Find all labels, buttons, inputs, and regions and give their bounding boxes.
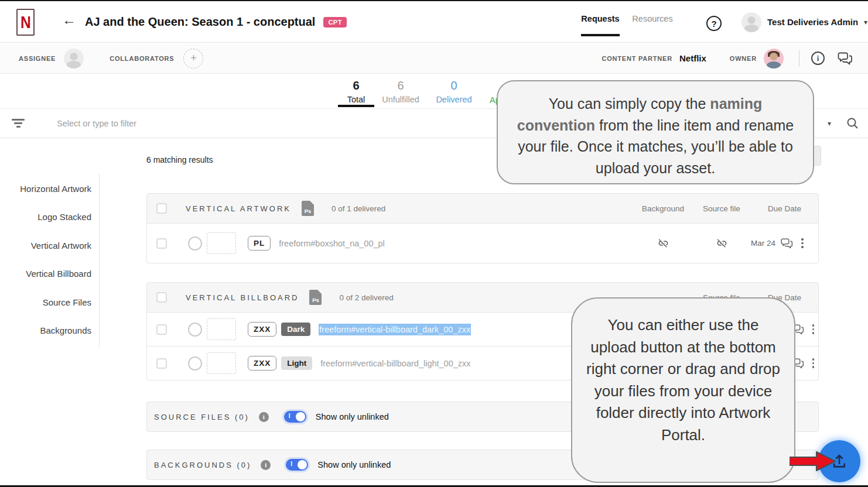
back-arrow-icon[interactable] bbox=[62, 12, 76, 28]
content-partner-value: Netflix bbox=[679, 53, 706, 63]
asset-type-sidebar: Horizontal Artwork Logo Stacked Vertical… bbox=[0, 174, 91, 345]
section-title: VERTICAL BILLBOARD bbox=[186, 293, 299, 302]
due-date: Mar 24 bbox=[751, 239, 775, 248]
tab-resources[interactable]: Resources bbox=[634, 1, 671, 36]
collaborators-label: COLLABORATORS bbox=[110, 55, 174, 62]
row-checkbox[interactable] bbox=[156, 358, 167, 369]
unlink-icon[interactable] bbox=[716, 238, 727, 249]
matching-results-count: 6 matching results bbox=[146, 155, 213, 164]
cpt-badge: CPT bbox=[323, 17, 347, 28]
status-circle[interactable] bbox=[188, 323, 202, 337]
line-item-row: PL freeform#boxshot_na_00_pl Mar 24 bbox=[146, 224, 819, 263]
title-wrap: AJ and the Queen: Season 1 - conceptual … bbox=[85, 1, 347, 43]
add-collaborator-button[interactable] bbox=[183, 49, 203, 68]
toggle-label: Show only unlinked bbox=[317, 460, 391, 469]
divider bbox=[799, 50, 799, 67]
sidebar-item-horizontal-artwork[interactable]: Horizontal Artwork bbox=[0, 174, 91, 203]
chevron-down-icon bbox=[864, 18, 867, 26]
tooltip-naming-convention: You can simply copy the naming conventio… bbox=[497, 80, 814, 184]
app-header: N AJ and the Queen: Season 1 - conceptua… bbox=[0, 1, 868, 43]
assignee-avatar[interactable] bbox=[64, 49, 84, 68]
netflix-logo-letter: N bbox=[20, 12, 31, 32]
photoshop-file-icon: Ps bbox=[309, 290, 322, 305]
thumbnail-dropzone[interactable] bbox=[207, 318, 236, 340]
red-arrow-pointer bbox=[790, 450, 838, 472]
unlink-icon[interactable] bbox=[658, 238, 669, 249]
sidebar-item-vertical-artwork[interactable]: Vertical Artwork bbox=[0, 231, 91, 260]
stat-delivered-label: Delivered bbox=[436, 95, 471, 104]
naming-convention[interactable]: freeform#boxshot_na_00_pl bbox=[279, 239, 385, 248]
top-border bbox=[0, 0, 868, 1]
show-only-unlinked-toggle[interactable] bbox=[284, 411, 306, 423]
section-title: BACKGROUNDS (0) bbox=[154, 461, 251, 469]
stat-total-value: 6 bbox=[347, 79, 365, 92]
tab-requests-underline bbox=[581, 34, 620, 36]
row-checkbox[interactable] bbox=[156, 324, 167, 335]
language-tag: ZXX bbox=[248, 322, 276, 337]
user-avatar bbox=[741, 12, 761, 32]
toggle-label: Show only unlinked bbox=[316, 412, 389, 421]
photoshop-file-icon: Ps bbox=[302, 201, 314, 216]
artwork-portal-page: N AJ and the Queen: Season 1 - conceptua… bbox=[0, 0, 868, 487]
help-icon[interactable] bbox=[706, 16, 722, 31]
stat-total[interactable]: 6 Total bbox=[347, 74, 365, 104]
show-only-unlinked-toggle[interactable] bbox=[286, 459, 308, 471]
kebab-menu-icon[interactable] bbox=[798, 237, 807, 249]
section-title: VERTICAL ARTWORK bbox=[186, 204, 291, 213]
stat-total-label: Total bbox=[347, 95, 365, 104]
stat-unfulfilled-label: Unfulfilled bbox=[382, 95, 419, 104]
thumbnail-dropzone[interactable] bbox=[207, 352, 236, 374]
content-partner-label: CONTENT PARTNER bbox=[602, 55, 672, 62]
owner-avatar[interactable] bbox=[764, 49, 784, 68]
sidebar-item-logo-stacked[interactable]: Logo Stacked bbox=[0, 203, 91, 232]
user-menu[interactable]: Test Deliveries Admin bbox=[741, 1, 867, 43]
info-icon[interactable] bbox=[261, 460, 271, 470]
kebab-menu-icon[interactable] bbox=[809, 323, 818, 335]
sidebar-item-backgrounds[interactable]: Backgrounds bbox=[0, 317, 91, 345]
stat-delivered-value: 0 bbox=[436, 79, 471, 92]
tab-requests[interactable]: Requests bbox=[581, 1, 620, 36]
column-header-due-date: Due Date bbox=[751, 204, 818, 213]
kebab-menu-icon[interactable] bbox=[809, 357, 818, 369]
stat-total-underline bbox=[338, 105, 374, 107]
request-toolbar: ASSIGNEE COLLABORATORS CONTENT PARTNER N… bbox=[0, 43, 868, 74]
naming-convention[interactable]: freeform#vertical-billboard_light_00_zxx bbox=[320, 359, 470, 368]
delivered-count: 0 of 2 delivered bbox=[339, 293, 393, 302]
page-title: AJ and the Queen: Season 1 - conceptual bbox=[85, 15, 315, 29]
status-circle[interactable] bbox=[188, 356, 202, 371]
filter-dropdown-icon[interactable] bbox=[828, 119, 831, 128]
sidebar-item-vertical-billboard[interactable]: Vertical Billboard bbox=[0, 260, 91, 289]
info-icon[interactable] bbox=[259, 412, 269, 422]
stat-unfulfilled[interactable]: 6 Unfulfilled bbox=[382, 74, 419, 104]
column-header-source-file: Source file bbox=[692, 204, 751, 213]
stat-unfulfilled-value: 6 bbox=[382, 79, 419, 92]
section-checkbox[interactable] bbox=[156, 203, 167, 214]
sidebar-item-source-files[interactable]: Source Files bbox=[0, 288, 91, 317]
assignee-label: ASSIGNEE bbox=[19, 55, 56, 62]
tooltip-upload-instructions: You can either use the upload button at … bbox=[571, 297, 795, 483]
section-title: SOURCE FILES (0) bbox=[154, 413, 250, 421]
owner-label: OWNER bbox=[730, 55, 757, 62]
sidebar-divider bbox=[99, 174, 100, 347]
filter-input[interactable] bbox=[57, 119, 420, 128]
status-circle[interactable] bbox=[188, 236, 202, 251]
filter-icon bbox=[12, 119, 25, 128]
language-tag: PL bbox=[248, 236, 271, 251]
section-checkbox[interactable] bbox=[156, 292, 167, 303]
comments-icon[interactable] bbox=[838, 52, 853, 65]
variant-badge-dark: Dark bbox=[281, 323, 310, 336]
stat-delivered[interactable]: 0 Delivered bbox=[436, 74, 471, 104]
delivered-count: 0 of 1 delivered bbox=[332, 204, 385, 213]
netflix-logo[interactable]: N bbox=[16, 9, 35, 36]
thumbnail-dropzone[interactable] bbox=[207, 232, 236, 254]
section-header-vertical-artwork: VERTICAL ARTWORK Ps 0 of 1 delivered Bac… bbox=[146, 193, 819, 224]
user-name: Test Deliveries Admin bbox=[767, 17, 858, 27]
language-tag: ZXX bbox=[248, 356, 276, 371]
naming-convention-selected[interactable]: freeform#vertical-billboard_dark_00_zxx bbox=[319, 325, 471, 334]
search-icon[interactable] bbox=[846, 117, 859, 129]
comment-icon[interactable] bbox=[781, 238, 793, 249]
column-header-background: Background bbox=[634, 204, 692, 213]
row-checkbox[interactable] bbox=[156, 238, 167, 249]
variant-badge-light: Light bbox=[281, 356, 312, 370]
info-icon[interactable] bbox=[811, 52, 825, 65]
